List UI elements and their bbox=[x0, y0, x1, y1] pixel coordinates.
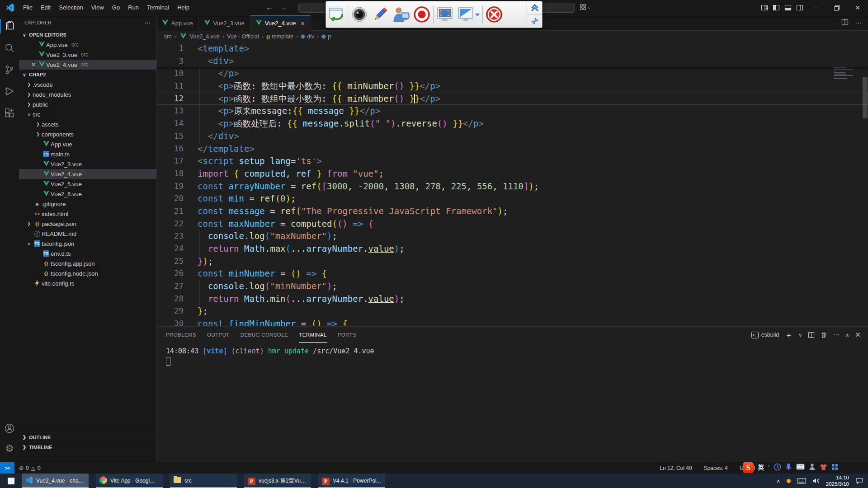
presenter-icon[interactable] bbox=[391, 3, 411, 26]
menu-file[interactable]: File bbox=[19, 2, 37, 13]
menu-go[interactable]: Go bbox=[108, 2, 124, 13]
open-editor-item[interactable]: Vue2_3.vuesrc bbox=[19, 50, 156, 60]
terminal-profile[interactable]: >_ esbuild bbox=[751, 332, 779, 338]
tree-item-vue2-4-vue[interactable]: Vue2_4.vue bbox=[19, 169, 156, 179]
open-editors-header[interactable]: ∨OPEN EDITORS bbox=[19, 30, 156, 40]
menu-view[interactable]: View bbox=[87, 2, 108, 13]
editor-more-actions-icon[interactable]: ⋯ bbox=[855, 19, 862, 27]
indentation-status[interactable]: Spaces: 4 bbox=[704, 465, 728, 471]
code-line[interactable]: 27 console.log("minNumber"); bbox=[157, 280, 868, 293]
nav-back-icon[interactable]: ← bbox=[266, 4, 273, 12]
code-line[interactable]: 23 console.log("maxNumber"); bbox=[157, 230, 868, 243]
tree-item--vscode[interactable]: ❯.vscode bbox=[19, 80, 156, 89]
code-line[interactable]: 24 return Math.max(...arrayNumber.value)… bbox=[157, 243, 868, 255]
tree-item-tsconfig-node-json[interactable]: {}tsconfig.node.json bbox=[19, 268, 156, 278]
tree-item-package-json[interactable]: ❯{}package.json bbox=[19, 219, 156, 229]
kill-terminal-icon[interactable] bbox=[821, 332, 827, 338]
tree-item-vue2-3-vue[interactable]: Vue2_3.vue bbox=[19, 159, 156, 169]
tree-item-components[interactable]: ❯components bbox=[19, 129, 156, 139]
section-outline[interactable]: ❯OUTLINE bbox=[19, 432, 156, 442]
source-control-icon[interactable] bbox=[0, 59, 19, 80]
taskbar-app[interactable]: PV4.4.1 - PowerPoi... bbox=[318, 474, 385, 488]
orange-status-dot-icon[interactable] bbox=[787, 479, 791, 483]
tab-vue2_3-vue[interactable]: Vue2_3.vue bbox=[199, 15, 250, 31]
collapse-chevrons-icon[interactable] bbox=[527, 1, 542, 15]
code-line[interactable]: 22const maxNumber = computed(() => { bbox=[157, 218, 868, 230]
ime-clock-icon[interactable] bbox=[774, 463, 781, 473]
breadcrumb-item[interactable]: {}template bbox=[266, 33, 294, 40]
panel-tab-debug-console[interactable]: DEBUG CONSOLE bbox=[241, 327, 288, 343]
breadcrumb-item[interactable]: p bbox=[321, 33, 331, 40]
code-line[interactable]: 19const arrayNumber = ref([3000, -2000, … bbox=[157, 180, 868, 193]
restore-button[interactable] bbox=[826, 0, 847, 15]
panel-more-actions-icon[interactable]: ⋯ bbox=[833, 331, 840, 339]
taskbar-app[interactable]: src bbox=[170, 474, 237, 488]
tree-item-vue2-5-vue[interactable]: Vue2_5.vue bbox=[19, 179, 156, 189]
breadcrumb-item[interactable]: div bbox=[301, 33, 314, 40]
code-line[interactable]: 29}; bbox=[157, 305, 868, 318]
tree-item-assets[interactable]: ❯assets bbox=[19, 119, 156, 129]
tree-item-readme-md[interactable]: iREADME.md bbox=[19, 229, 156, 239]
code-line[interactable]: 1<template> bbox=[157, 42, 868, 55]
project-folder-header[interactable]: ∨CHAP2 bbox=[19, 70, 156, 80]
account-icon[interactable] bbox=[0, 418, 19, 438]
ime-person-icon[interactable] bbox=[809, 463, 816, 472]
menu-terminal[interactable]: Terminal bbox=[143, 2, 173, 13]
tree-item-vue2-6-vue[interactable]: Vue2_6.vue bbox=[19, 189, 156, 199]
menu-help[interactable]: Help bbox=[173, 2, 193, 13]
editor-scrollbar[interactable] bbox=[862, 42, 868, 326]
customize-layout-icon[interactable] bbox=[759, 0, 770, 15]
code-line[interactable]: 3 <div> bbox=[157, 55, 868, 68]
scrollbar-thumb[interactable] bbox=[863, 77, 868, 118]
close-tab-icon[interactable]: × bbox=[301, 20, 305, 27]
tree-item-index-html[interactable]: <>index.html bbox=[19, 209, 156, 219]
terminal-output[interactable]: 14:08:43 [vite] (client) hmr update /src… bbox=[157, 343, 868, 366]
problems-status[interactable]: ⊘0 △0 bbox=[19, 465, 41, 471]
toggle-sidebar-icon[interactable] bbox=[770, 0, 782, 15]
ime-grid-menu-icon[interactable] bbox=[831, 464, 838, 472]
tree-item-app-vue[interactable]: App.vue bbox=[19, 139, 156, 149]
profile-dropdown-icon[interactable]: ∨ bbox=[798, 332, 802, 338]
nav-forward-icon[interactable]: → bbox=[279, 4, 287, 12]
code-line[interactable]: 11 <p>函数: 数组中最小数为: {{ minNumber() }}</p> bbox=[157, 80, 868, 93]
sogou-logo-icon[interactable]: S bbox=[743, 462, 754, 473]
tree-item--gitignore[interactable]: ◆.gitignore bbox=[19, 199, 156, 209]
camera-lens-icon[interactable] bbox=[349, 3, 370, 26]
code-line[interactable]: 16</template> bbox=[157, 143, 868, 155]
new-terminal-icon[interactable]: ＋ bbox=[785, 330, 793, 340]
notification-center-icon[interactable] bbox=[855, 477, 863, 484]
code-editor[interactable]: 1<template>3 <div>10 </p>11 <p>函数: 数组中最小… bbox=[157, 42, 868, 326]
extensions-icon[interactable] bbox=[0, 102, 19, 124]
taskbar-app[interactable]: Pvuejs3.x-第2章Vue... bbox=[244, 474, 311, 488]
window-replay-icon[interactable] bbox=[326, 3, 347, 26]
fullscreen-capture-icon[interactable] bbox=[434, 3, 455, 26]
close-window-button[interactable]: ✕ bbox=[847, 0, 868, 15]
close-capture-icon[interactable] bbox=[484, 3, 505, 26]
taskbar-clock[interactable]: 14:102025/3/10 bbox=[826, 474, 849, 488]
code-line[interactable]: 18import { computed, ref } from "vue"; bbox=[157, 168, 868, 180]
close-panel-icon[interactable]: ✕ bbox=[855, 331, 861, 339]
hidden-icons-caret[interactable]: ∧ bbox=[777, 478, 780, 484]
tree-item-src[interactable]: ∨src bbox=[19, 109, 156, 119]
code-line[interactable]: 20const min = ref(0); bbox=[157, 192, 868, 205]
run-debug-icon[interactable] bbox=[0, 80, 19, 102]
code-line[interactable]: 26const minNumber = () => { bbox=[157, 267, 868, 280]
panel-tab-output[interactable]: OUTPUT bbox=[207, 327, 230, 343]
code-line[interactable]: 15 </div> bbox=[157, 130, 868, 143]
split-editor-icon[interactable] bbox=[841, 19, 849, 28]
tree-item-node-modules[interactable]: ❯node_modules bbox=[19, 89, 156, 99]
code-line[interactable]: 17<script setup lang='ts'> bbox=[157, 155, 868, 168]
code-line[interactable]: 28 return Math.min(...arrayNumber.value)… bbox=[157, 293, 868, 305]
menu-run[interactable]: Run bbox=[124, 2, 143, 13]
tree-item-vite-config-ts[interactable]: vite.config.ts bbox=[19, 278, 156, 288]
tab-vue2_4-vue[interactable]: Vue2_4.vue× bbox=[250, 15, 311, 31]
code-line[interactable]: 10 </p> bbox=[157, 67, 868, 80]
tree-item-tsconfig-app-json[interactable]: {}tsconfig.app.json bbox=[19, 258, 156, 268]
menu-selection[interactable]: Selection bbox=[55, 2, 87, 13]
tree-item-env-d-ts[interactable]: TSenv.d.ts bbox=[19, 249, 156, 258]
tree-item-tsconfig-json[interactable]: ∨TStsconfig.json bbox=[19, 239, 156, 249]
cursor-position-status[interactable]: Ln 12, Col 40 bbox=[660, 465, 692, 471]
tab-app-vue[interactable]: App.vue bbox=[157, 15, 199, 31]
toggle-secondary-sidebar-icon[interactable] bbox=[794, 0, 806, 15]
ime-microphone-icon[interactable] bbox=[785, 463, 792, 473]
